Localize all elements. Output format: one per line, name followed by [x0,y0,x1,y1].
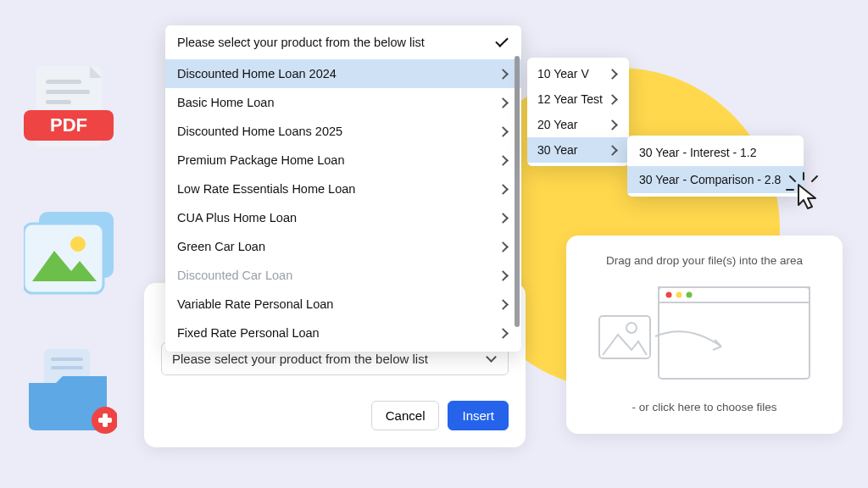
product-option[interactable]: Variable Rate Personal Loan [165,290,521,319]
product-option[interactable]: Premium Package Home Loan [165,146,521,175]
term-option-label: 20 Year [537,118,578,131]
chevron-right-icon [498,183,509,195]
product-option-label: Variable Rate Personal Loan [177,297,333,311]
term-option-label: 30 Year [537,143,578,157]
product-option-label: Green Car Loan [177,240,265,253]
dropzone-title: Drag and drop your file(s) into the area [588,254,821,267]
dropzone-subtext: - or click here to choose files [588,401,821,413]
product-option[interactable]: Discounted Home Loan 2024 [165,59,521,88]
rate-option-label: 30 Year - Comparison - 2.8 [639,173,781,186]
product-option-label: Premium Package Home Loan [177,153,344,167]
term-option-label: 12 Year Test [537,92,603,106]
product-option-label: Discounted Car Loan [177,269,292,282]
svg-rect-1 [46,80,81,84]
chevron-right-icon [607,119,619,130]
chevron-right-icon [498,298,509,310]
rate-submenu: 30 Year - Interest - 1.230 Year - Compar… [627,136,804,197]
product-dropdown-header[interactable]: Please select your product from the belo… [165,25,521,59]
svg-rect-18 [659,287,810,379]
product-option-label: CUA Plus Home Loan [177,211,297,225]
svg-rect-2 [46,90,90,94]
svg-rect-3 [46,100,71,104]
product-option-label: Low Rate Essentials Home Loan [177,182,355,196]
cancel-button[interactable]: Cancel [371,401,440,430]
chevron-right-icon [498,68,509,80]
chevron-right-icon [607,68,619,80]
product-option-label: Fixed Rate Personal Loan [177,326,320,340]
rate-option[interactable]: 30 Year - Comparison - 2.8 [627,166,804,193]
product-dropdown-list[interactable]: Discounted Home Loan 2024Basic Home Loan… [165,59,521,352]
insert-button[interactable]: Insert [448,401,509,430]
product-option-label: Discounted Home Loan 2024 [177,67,337,80]
chevron-right-icon [498,212,509,224]
file-dropzone[interactable]: Drag and drop your file(s) into the area… [566,236,843,434]
product-dropdown-header-label: Please select your product from the belo… [177,36,425,49]
side-icon-column: PDF [24,66,117,437]
image-file-icon [24,212,117,300]
product-option[interactable]: Fixed Rate Personal Loan [165,319,521,347]
term-option-label: 10 Year V [537,67,589,80]
chevron-right-icon [498,154,509,166]
term-option[interactable]: 10 Year V [527,61,629,86]
dropzone-illustration [588,282,821,384]
rate-option-label: 30 Year - Interest - 1.2 [639,146,757,159]
product-dropdown: Please select your product from the belo… [165,25,521,352]
svg-point-7 [70,236,86,252]
svg-rect-23 [599,316,650,358]
term-option[interactable]: 30 Year [527,137,629,163]
chevron-right-icon [498,125,509,137]
pdf-file-icon: PDF [24,66,117,163]
chevron-right-icon [498,97,509,108]
chevron-right-icon [498,241,509,252]
term-submenu: 10 Year V12 Year Test20 Year30 Year [527,58,629,166]
svg-rect-9 [51,358,83,361]
product-option-label: Basic Home Loan [177,96,274,109]
svg-rect-10 [51,366,83,369]
svg-point-21 [676,292,682,298]
cursor-click-icon [785,171,824,214]
check-icon [496,36,509,49]
product-option[interactable]: Product 1 [165,347,521,352]
rate-option[interactable]: 30 Year - Interest - 1.2 [627,139,804,166]
product-option[interactable]: Discounted Home Loans 2025 [165,117,521,146]
folder-add-icon [24,349,117,437]
product-option-label: Discounted Home Loans 2025 [177,125,342,138]
chevron-down-icon [486,353,498,365]
svg-rect-13 [98,418,112,423]
svg-line-14 [790,176,795,181]
product-option[interactable]: Green Car Loan [165,232,521,261]
term-option[interactable]: 20 Year [527,112,629,137]
chevron-right-icon [498,327,509,339]
svg-point-22 [687,292,693,298]
svg-point-24 [626,323,637,333]
product-option[interactable]: CUA Plus Home Loan [165,203,521,232]
chevron-right-icon [607,144,619,156]
svg-point-20 [666,292,672,298]
product-option[interactable]: Low Rate Essentials Home Loan [165,175,521,203]
pdf-label-text: PDF [50,114,87,136]
chevron-right-icon [607,93,619,105]
product-select-label: Please select your product from the belo… [172,352,428,366]
svg-rect-6 [24,224,103,293]
term-option[interactable]: 12 Year Test [527,86,629,112]
scrollbar[interactable] [515,56,520,327]
chevron-right-icon [498,269,509,281]
product-option[interactable]: Discounted Car Loan [165,261,521,290]
product-option[interactable]: Basic Home Loan [165,88,521,117]
modal-footer: Cancel Insert [161,401,509,430]
svg-line-16 [812,176,817,181]
